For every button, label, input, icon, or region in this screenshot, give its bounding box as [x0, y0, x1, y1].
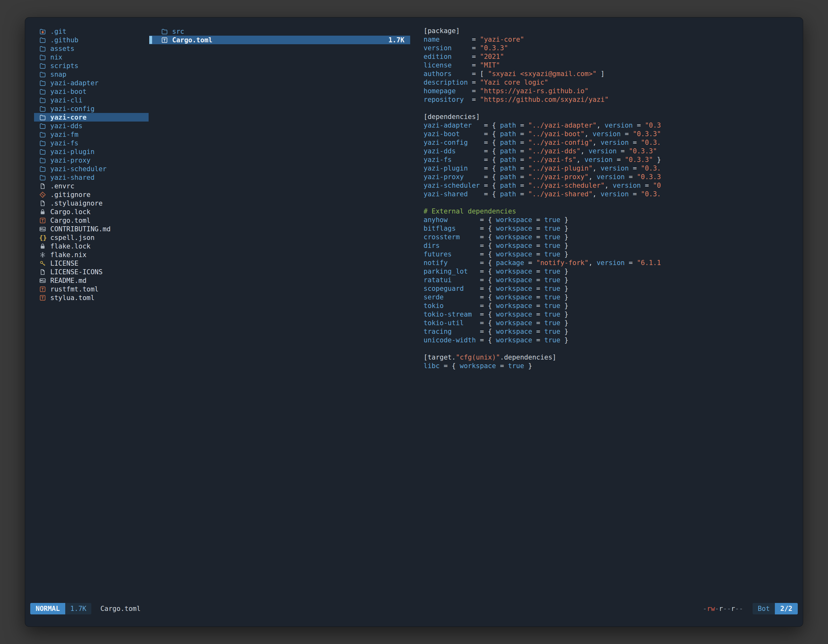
- syntax-token: =: [629, 139, 641, 146]
- folder-icon: [39, 63, 47, 69]
- preview-line: tracing = { workspace = true }: [423, 328, 795, 336]
- file-row-flake.nix[interactable]: flake.nix: [34, 251, 149, 259]
- file-row-Cargo.toml[interactable]: Cargo.toml: [34, 216, 149, 225]
- syntax-token: =: [516, 182, 528, 189]
- syntax-token: =: [532, 242, 544, 249]
- file-label: yazi-fm: [50, 131, 78, 138]
- file-row-CONTRIBUTING.md[interactable]: CONTRIBUTING.md: [34, 225, 149, 233]
- syntax-token: "https://yazi-rs.github.io": [480, 87, 588, 95]
- file-label: yazi-scheduler: [50, 165, 107, 173]
- lock-icon: [39, 208, 47, 215]
- syntax-token: path: [500, 122, 516, 129]
- file-row-yazi-shared[interactable]: yazi-shared: [34, 173, 149, 182]
- syntax-token: yazi-dds: [423, 147, 456, 155]
- syntax-token: yazi-plugin: [423, 165, 468, 172]
- file-row-yazi-scheduler[interactable]: yazi-scheduler: [34, 165, 149, 173]
- syntax-token: = {: [452, 251, 496, 258]
- file-row-yazi-proxy[interactable]: yazi-proxy: [34, 156, 149, 165]
- file-label: yazi-cli: [50, 96, 82, 104]
- preview-line: authors = [ "sxyazi <sxyazi@gmail.com>" …: [423, 70, 795, 78]
- file-row-.envrc[interactable]: .envrc: [34, 182, 149, 190]
- file-row-yazi-config[interactable]: yazi-config: [34, 104, 149, 113]
- preview-line: description = "Yazi core logic": [423, 78, 795, 87]
- syntax-token: yazi-proxy: [423, 173, 464, 181]
- syntax-token: yazi-adapter: [423, 122, 472, 129]
- file-label: .gitignore: [50, 191, 90, 199]
- current-pane[interactable]: srcCargo.toml1.7K: [149, 27, 410, 44]
- syntax-token: version: [597, 173, 625, 181]
- file-row-Cargo.lock[interactable]: Cargo.lock: [34, 207, 149, 216]
- file-row-.styluaignore[interactable]: .styluaignore: [34, 199, 149, 207]
- preview-line: version = "0.3.3": [423, 44, 795, 53]
- file-row-stylua.toml[interactable]: stylua.toml: [34, 293, 149, 302]
- file-row-nix[interactable]: nix: [34, 53, 149, 61]
- file-row-yazi-fm[interactable]: yazi-fm: [34, 130, 149, 139]
- file-row-README.md[interactable]: README.md: [34, 276, 149, 285]
- syntax-token: true: [544, 251, 560, 258]
- preview-line: dirs = { workspace = true }: [423, 242, 795, 251]
- file-row-yazi-cli[interactable]: yazi-cli: [34, 96, 149, 104]
- syntax-token: = {: [468, 190, 500, 198]
- nix-icon: [39, 251, 47, 259]
- syntax-token: ,: [588, 173, 596, 181]
- syntax-token: "notify-fork": [536, 259, 588, 266]
- file-row-yazi-plugin[interactable]: yazi-plugin: [34, 147, 149, 156]
- syntax-token: "../yazi-adapter": [528, 122, 597, 129]
- file-label: src: [172, 28, 184, 35]
- preview-line: yazi-proxy = { path = "../yazi-proxy", v…: [423, 173, 795, 182]
- syntax-token: =: [532, 293, 544, 301]
- syntax-token: "cfg(unix)": [456, 354, 500, 361]
- file-row-snap[interactable]: snap: [34, 70, 149, 78]
- preview-line: edition = "2021": [423, 53, 795, 61]
- syntax-token: workspace: [496, 319, 532, 327]
- file-row-yazi-boot[interactable]: yazi-boot: [34, 87, 149, 96]
- toml-icon: [39, 286, 47, 293]
- syntax-token: true: [544, 233, 560, 241]
- file-row-.git[interactable]: .git: [34, 27, 149, 36]
- file-label: Cargo.toml: [172, 36, 212, 44]
- preview-pane[interactable]: [package]name = "yazi-core"version = "0.…: [423, 27, 795, 371]
- syntax-token: workspace: [496, 268, 532, 275]
- preview-line: [target."cfg(unix)".dependencies]: [423, 354, 795, 362]
- preview-line: tokio = { workspace = true }: [423, 302, 795, 310]
- file-row-yazi-core[interactable]: yazi-core: [34, 113, 149, 122]
- syntax-token: ]: [597, 70, 605, 78]
- file-row-LICENSE-ICONS[interactable]: LICENSE-ICONS: [34, 268, 149, 276]
- syntax-token: notify: [423, 259, 448, 266]
- file-label: .styluaignore: [50, 199, 102, 207]
- permission-char: r: [719, 605, 723, 613]
- syntax-token: yazi-boot: [423, 130, 460, 138]
- file-row-LICENSE[interactable]: LICENSE: [34, 259, 149, 268]
- syntax-token: version: [605, 122, 633, 129]
- file-row-Cargo.toml[interactable]: Cargo.toml1.7K: [149, 36, 410, 44]
- file-row-rustfmt.toml[interactable]: rustfmt.toml: [34, 285, 149, 293]
- syntax-token: path: [500, 165, 516, 172]
- syntax-token: =: [516, 147, 528, 155]
- file-row-assets[interactable]: assets: [34, 44, 149, 53]
- preview-line: crossterm = { workspace = true }: [423, 233, 795, 242]
- syntax-token: }: [560, 285, 568, 292]
- file-row-yazi-adapter[interactable]: yazi-adapter: [34, 78, 149, 87]
- file-row-scripts[interactable]: scripts: [34, 61, 149, 70]
- folder-icon: [39, 54, 47, 61]
- file-row-yazi-fs[interactable]: yazi-fs: [34, 139, 149, 147]
- file-row-src[interactable]: src: [149, 27, 410, 36]
- file-row-.gitignore[interactable]: .gitignore: [34, 190, 149, 199]
- syntax-token: workspace: [496, 242, 532, 249]
- syntax-token: =: [516, 156, 528, 163]
- syntax-token: = {: [464, 319, 496, 327]
- syntax-token: true: [544, 242, 560, 249]
- syntax-token: path: [500, 139, 516, 146]
- file-row-.github[interactable]: .github: [34, 36, 149, 44]
- preview-line: futures = { workspace = true }: [423, 251, 795, 259]
- status-bar: NORMAL 1.7K Cargo.toml -rw-r--r-- Bot 2/…: [30, 603, 798, 614]
- syntax-token: = {: [452, 328, 496, 335]
- syntax-token: =: [440, 36, 480, 43]
- parent-pane[interactable]: .git.githubassetsnixscriptssnapyazi-adap…: [34, 27, 149, 302]
- file-row-yazi-dds[interactable]: yazi-dds: [34, 122, 149, 130]
- file-row-flake.lock[interactable]: flake.lock: [34, 242, 149, 251]
- file-row-cspell.json[interactable]: {}cspell.json: [34, 233, 149, 242]
- syntax-token: bitflags: [423, 225, 456, 232]
- syntax-token: [dependencies]: [423, 113, 480, 121]
- syntax-token: = {: [468, 139, 500, 146]
